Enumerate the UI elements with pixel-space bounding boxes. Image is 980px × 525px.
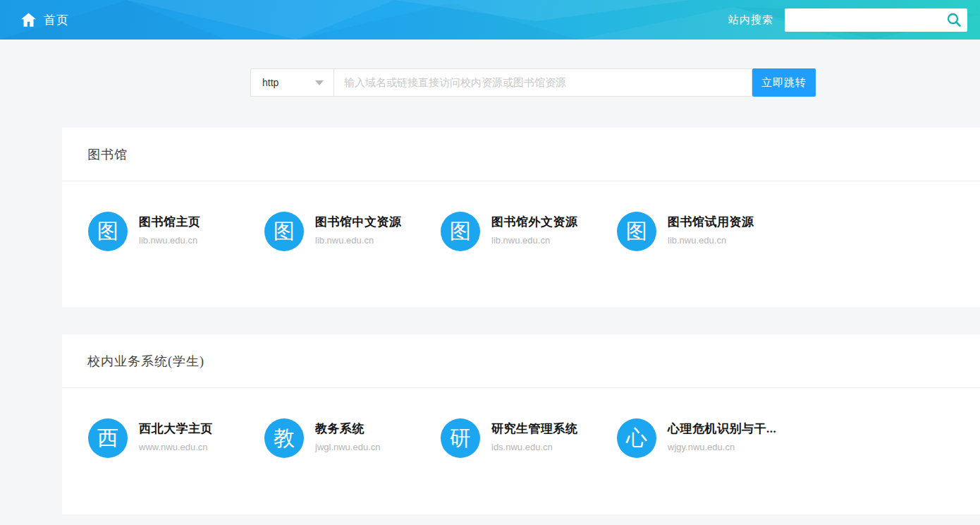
item-title: 图书馆试用资源 [668,214,754,230]
home-nav[interactable]: 首页 [21,0,69,40]
item-text: 西北大学主页 www.nwu.edu.cn [139,418,213,452]
item-icon: 图 [441,212,480,251]
link-item-library-chinese[interactable]: 图 图书馆中文资源 lib.nwu.edu.cn [264,212,441,251]
item-url: lib.nwu.edu.cn [315,235,402,246]
item-icon: 西 [88,418,128,458]
section-title: 校内业务系统(学生) [62,334,980,388]
section-card-campus-systems: 校内业务系统(学生) 西 西北大学主页 www.nwu.edu.cn 教 教务系… [62,334,980,514]
link-item-library-home[interactable]: 图 图书馆主页 lib.nwu.edu.cn [88,212,264,251]
protocol-select[interactable]: http [250,68,333,97]
items-row: 西 西北大学主页 www.nwu.edu.cn 教 教务系统 jwgl.nwu.… [62,388,980,458]
search-icon[interactable] [946,12,962,28]
item-url: jwgl.nwu.edu.cn [315,442,381,452]
item-title: 西北大学主页 [139,421,213,437]
link-item-library-foreign[interactable]: 图 图书馆外文资源 lib.nwu.edu.cn [441,212,617,251]
home-label: 首页 [44,12,69,28]
link-item-graduate-system[interactable]: 研 研究生管理系统 ids.nwu.edu.cn [441,418,617,458]
site-search-input[interactable] [785,8,967,32]
item-text: 图书馆试用资源 lib.nwu.edu.cn [668,212,754,246]
item-url: lib.nwu.edu.cn [668,235,754,246]
item-text: 研究生管理系统 ids.nwu.edu.cn [491,418,578,452]
item-text: 图书馆中文资源 lib.nwu.edu.cn [315,212,402,246]
item-url: wjgy.nwu.edu.cn [668,442,776,452]
link-item-nwu-home[interactable]: 西 西北大学主页 www.nwu.edu.cn [88,418,264,458]
chevron-down-icon [315,80,324,85]
jump-now-button[interactable]: 立即跳转 [752,68,816,97]
item-icon: 研 [441,418,480,458]
section-card-library: 图书馆 图 图书馆主页 lib.nwu.edu.cn 图 图书馆中文资源 lib… [62,128,980,307]
item-title: 图书馆主页 [139,214,201,230]
item-title: 图书馆中文资源 [315,214,402,230]
item-title: 心理危机识别与干... [668,421,776,437]
url-jump-input[interactable] [333,68,752,97]
items-row: 图 图书馆主页 lib.nwu.edu.cn 图 图书馆中文资源 lib.nwu… [62,181,980,251]
item-text: 图书馆主页 lib.nwu.edu.cn [139,212,201,246]
site-search-box [785,8,967,32]
link-item-library-trial[interactable]: 图 图书馆试用资源 lib.nwu.edu.cn [617,212,793,251]
item-text: 教务系统 jwgl.nwu.edu.cn [315,418,381,452]
link-item-psych-crisis[interactable]: 心 心理危机识别与干... wjgy.nwu.edu.cn [617,418,793,458]
item-title: 教务系统 [315,421,381,437]
item-text: 心理危机识别与干... wjgy.nwu.edu.cn [668,418,776,452]
top-navbar: 首页 站内搜索 [0,0,980,40]
item-icon: 心 [617,418,656,458]
section-title: 图书馆 [62,128,980,181]
item-url: lib.nwu.edu.cn [139,235,201,246]
link-item-academic-system[interactable]: 教 教务系统 jwgl.nwu.edu.cn [264,418,441,458]
site-search-label: 站内搜索 [728,13,773,27]
home-icon [21,13,36,27]
protocol-selected-value: http [262,77,278,88]
item-icon: 图 [264,212,304,251]
item-url: lib.nwu.edu.cn [491,235,578,246]
site-search-group: 站内搜索 [728,0,967,40]
item-title: 研究生管理系统 [491,421,578,437]
item-text: 图书馆外文资源 lib.nwu.edu.cn [491,212,578,246]
item-title: 图书馆外文资源 [491,214,578,230]
item-icon: 教 [264,418,304,458]
item-icon: 图 [88,212,128,251]
item-url: www.nwu.edu.cn [139,442,213,452]
item-icon: 图 [617,212,656,251]
item-url: ids.nwu.edu.cn [491,442,578,452]
